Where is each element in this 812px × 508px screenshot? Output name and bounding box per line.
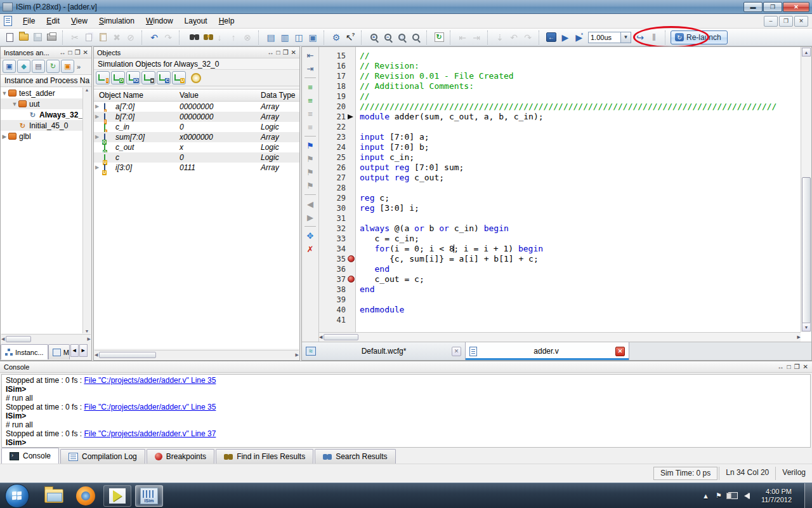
relaunch-button[interactable]: ↻Re-launch <box>671 30 728 44</box>
line-number[interactable]: 30 <box>319 203 346 213</box>
scroll-thumb[interactable] <box>802 177 811 326</box>
breakpoint-marker[interactable] <box>348 254 356 264</box>
code-line[interactable]: 17// Revision 0.01 - File Created <box>319 71 801 81</box>
bottom-tab-search-results[interactable]: Search Results <box>315 449 395 464</box>
tab-close-icon[interactable]: ✕ <box>452 347 461 356</box>
code-line[interactable]: 23input [7:0] a; <box>319 132 801 142</box>
zoom-full-icon[interactable]: □ <box>395 31 408 44</box>
open-file-icon[interactable] <box>17 31 30 44</box>
expand-arrow-icon[interactable]: ▼ <box>11 101 18 107</box>
child-minimize-button[interactable]: – <box>764 16 778 27</box>
restart-icon[interactable]: ← <box>545 31 558 44</box>
line-number[interactable]: 16 <box>319 61 346 71</box>
restore-panel-icon[interactable]: ❐ <box>75 49 81 56</box>
signal-filter-●-button[interactable]: ● <box>141 71 155 84</box>
menu-help[interactable]: Help <box>213 15 240 27</box>
code-line[interactable]: 29reg c; <box>319 193 801 203</box>
taskbar-clock[interactable]: 4:00 PM 11/7/2012 <box>761 488 792 504</box>
find-next-icon[interactable]: ↓ <box>213 31 226 44</box>
line-number[interactable]: 23 <box>319 132 346 142</box>
code-line[interactable]: 37 c_out = c; <box>319 274 801 284</box>
line-number[interactable]: 31 <box>319 213 346 224</box>
line-number[interactable]: 27 <box>319 173 346 183</box>
object-row-i_3_0_[interactable]: ▶Ui[3:0]0111Array <box>94 163 299 173</box>
blue-chip-filter-button[interactable]: ▣ <box>3 60 16 73</box>
minimize-button[interactable]: ▬ <box>743 2 763 12</box>
object-row-c[interactable]: Uc0Logic <box>94 152 299 163</box>
line-number[interactable]: 22 <box>319 122 346 132</box>
run-for-time-icon[interactable]: ▶ˣ <box>573 31 586 44</box>
step-out-icon[interactable]: ↷ <box>521 31 534 44</box>
signal-filter-o-button[interactable]: O <box>111 71 125 84</box>
menu-layout[interactable]: Layout <box>179 15 213 27</box>
step-over-icon[interactable]: ↶ <box>508 31 520 44</box>
line-number[interactable]: 32 <box>319 224 346 234</box>
code-line[interactable]: 24input [7:0] b; <box>319 142 801 152</box>
code-area[interactable]: 15//16// Revision:17// Revision 0.01 - F… <box>319 47 801 332</box>
find-icon[interactable] <box>185 31 198 44</box>
pan-hand-icon[interactable]: ✥ <box>304 230 317 241</box>
line-number[interactable]: 17 <box>319 71 346 81</box>
float-panel-icon[interactable]: ↔ <box>778 363 784 370</box>
tree-item-always_32_0[interactable]: ↻Always_32_0 <box>1 109 82 120</box>
new-file-icon[interactable] <box>3 31 16 44</box>
taskbar-ise-button[interactable] <box>103 485 131 507</box>
line-number[interactable]: 19 <box>319 91 346 102</box>
restore-panel-icon[interactable]: ❐ <box>794 363 800 370</box>
taskbar-explorer-button[interactable] <box>40 485 68 507</box>
cascade-windows-icon[interactable]: ▤ <box>265 31 277 44</box>
indent-left-icon[interactable]: ⇤ <box>304 50 317 61</box>
objects-horizontal-scrollbar[interactable]: ◀▶ <box>95 350 299 359</box>
object-row-sum_7_0_[interactable]: ▶Osum[7:0]x0000000Array <box>94 132 299 142</box>
close-button[interactable]: ✕ <box>783 2 809 12</box>
nav-forward-icon[interactable]: ▶ <box>304 211 317 223</box>
tab-scroll-right-icon[interactable]: ▶ <box>79 344 88 357</box>
current-statement-marker[interactable] <box>348 112 356 122</box>
line-number[interactable]: 33 <box>319 234 346 244</box>
code-line[interactable]: 32always @(a or b or c_in) begin <box>319 224 801 234</box>
indent-right-icon[interactable]: ⇥ <box>304 63 317 74</box>
comment-lines-icon[interactable]: ≡ <box>304 81 317 93</box>
run-time-value[interactable]: 1.00us <box>588 32 621 43</box>
taskbar-firefox-button[interactable] <box>72 485 100 507</box>
help-cursor-icon[interactable]: ↖? <box>344 31 357 44</box>
tray-expand-icon[interactable]: ▲ <box>702 492 709 500</box>
bottom-tab-compilation-log[interactable]: Compilation Log <box>60 449 145 464</box>
cut-icon[interactable]: ✂ <box>69 31 81 44</box>
editor-horizontal-scrollbar[interactable]: ◀▶ <box>319 332 801 342</box>
signal-filter-u-button[interactable]: U <box>172 71 186 84</box>
run-time-input[interactable]: 1.00us▼ <box>588 32 631 43</box>
object-row-c_out[interactable]: Oc_outxLogic <box>94 142 299 152</box>
console-source-link[interactable]: File "C:/projects/adder/adder.v" Line 37 <box>84 429 216 438</box>
menu-file[interactable]: File <box>17 15 41 27</box>
tab-scroll-left-icon[interactable]: ◀ <box>70 344 79 357</box>
code-line[interactable]: 15// <box>319 51 801 61</box>
step-icon[interactable]: ↪ <box>634 31 646 44</box>
find-prev-icon[interactable]: ↑ <box>227 31 240 44</box>
code-line[interactable]: 20//////////////////////////////////////… <box>319 102 801 112</box>
stop-pan-icon[interactable]: ✗ <box>304 243 317 255</box>
zoom-out-icon[interactable]: − <box>381 31 394 44</box>
uncomment-disabled-icon[interactable]: ≡ <box>304 121 317 133</box>
run-icon[interactable]: ▶ <box>559 31 572 44</box>
toolbar-overflow-chevron[interactable]: » <box>77 63 81 70</box>
code-line[interactable]: 41 <box>319 315 801 325</box>
stop-icon[interactable]: ⊗ <box>241 31 254 44</box>
editor-tab-adder-v[interactable]: adder.v✕ <box>466 342 629 360</box>
code-line[interactable]: 31 <box>319 213 801 224</box>
speaker-icon[interactable] <box>744 493 750 499</box>
line-number[interactable]: 35 <box>319 254 346 264</box>
tree-item-test_adder[interactable]: ▼test_adder <box>1 88 82 98</box>
code-line[interactable]: 26output reg [7:0] sum; <box>319 163 801 173</box>
float-panel-icon[interactable]: ↔ <box>60 49 66 56</box>
taskbar-isim-button[interactable]: ISim <box>135 485 163 507</box>
menu-window[interactable]: Window <box>140 15 179 27</box>
next-breakpoint-icon[interactable]: ⚑ <box>304 166 317 178</box>
close-panel-icon[interactable]: ✕ <box>291 49 296 56</box>
code-line[interactable]: 18// Additional Comments: <box>319 81 801 91</box>
instances-vertical-scrollbar[interactable]: ▲▼ <box>82 88 91 333</box>
start-button[interactable] <box>5 484 29 508</box>
expand-arrow-icon[interactable]: ▶ <box>95 112 102 122</box>
console-source-link[interactable]: File "C:/projects/adder/adder.v" Line 35 <box>84 403 216 411</box>
zoom-sel-icon[interactable] <box>409 31 422 44</box>
